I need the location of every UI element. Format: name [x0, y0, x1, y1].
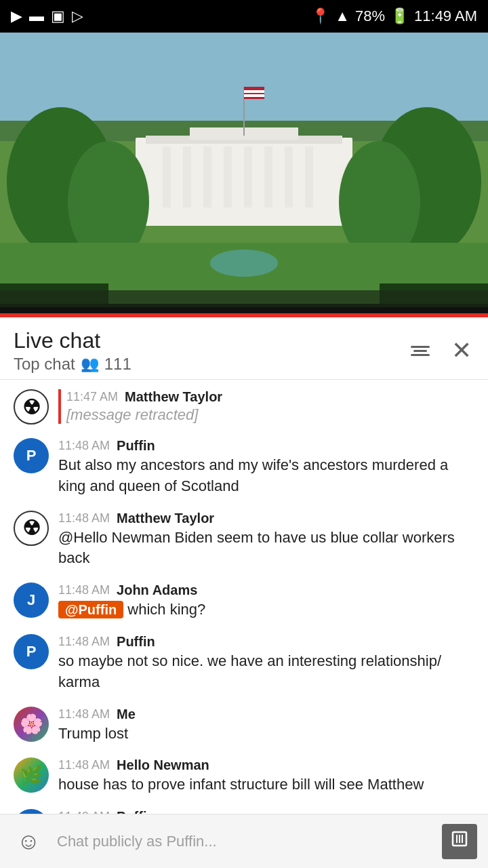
top-chat-label: Top chat: [14, 355, 75, 374]
avatar: P: [14, 634, 49, 669]
equalizer-icon: [411, 346, 430, 356]
status-bar: ▶ ▬ ▣ ▷ 📍 ▲ 78% 🔋 11:49 AM: [0, 0, 488, 33]
chat-content: 11:48 AM Puffin But also my ancestors an…: [58, 438, 474, 497]
svg-rect-8: [224, 146, 232, 208]
svg-rect-30: [0, 290, 488, 307]
chat-time: 11:48 AM: [58, 511, 110, 526]
mention-badge[interactable]: @Puffin: [58, 601, 123, 618]
svg-rect-19: [244, 90, 264, 93]
chat-time: 11:48 AM: [58, 635, 110, 649]
svg-rect-10: [264, 146, 272, 208]
chat-meta: 11:48 AM Puffin: [58, 634, 474, 650]
chat-meta: 11:48 AM Hello Newman: [58, 757, 474, 773]
chat-meta: 11:47 AM Matthew Taylor: [66, 389, 474, 405]
chat-content: 11:48 AM Hello Newman house has to prove…: [58, 757, 474, 795]
message-text: But also my ancestors and my wife's ance…: [58, 456, 448, 494]
svg-rect-7: [203, 146, 211, 208]
viewer-count: 111: [104, 355, 131, 374]
avatar: P: [14, 438, 49, 473]
chat-input[interactable]: [57, 824, 431, 859]
emoji-icon: ☺: [17, 828, 41, 854]
message-text: house has to prove infant structure bill…: [58, 776, 424, 793]
video-image: [0, 33, 488, 317]
play2-icon: ▷: [72, 7, 83, 25]
chat-time: 11:48 AM: [58, 758, 110, 772]
eq-line-3: [411, 354, 430, 356]
chat-username: John Adams: [117, 583, 197, 598]
clock: 11:49 AM: [414, 7, 477, 25]
header-actions: ✕: [408, 328, 474, 368]
close-button[interactable]: ✕: [449, 334, 474, 368]
message-text: [message retracted]: [66, 406, 198, 423]
live-chat-title: Live chat: [14, 328, 131, 353]
chat-username: Puffin: [117, 634, 155, 650]
emoji-button[interactable]: ☺: [11, 824, 46, 859]
chat-username: Hello Newman: [117, 757, 209, 773]
location-icon: 📍: [311, 7, 329, 25]
send-icon: [450, 829, 469, 853]
status-icons: ▶ ▬ ▣ ▷: [11, 7, 83, 25]
video-progress-bar: [0, 313, 488, 317]
chat-message: J 11:48 AM John Adams @Puffin which king…: [0, 576, 488, 627]
chat-message: 🌸 11:48 AM Me Trump lost: [0, 700, 488, 751]
chat-message: P 11:48 AM Puffin so maybe not so nice. …: [0, 627, 488, 700]
chat-content: 11:47 AM Matthew Taylor [message retract…: [58, 389, 474, 424]
svg-point-28: [210, 250, 278, 277]
message-text: so maybe not so nice. we have an interes…: [58, 652, 441, 690]
chat-message: P 11:48 AM Puffin But also my ancestors …: [0, 431, 488, 504]
chat-username: Me: [117, 707, 136, 722]
svg-rect-6: [183, 146, 191, 208]
svg-rect-12: [305, 146, 313, 208]
nuclear-icon: ☢: [22, 395, 41, 419]
avatar: ☢: [14, 511, 49, 546]
battery-percent: 78%: [355, 7, 385, 25]
chat-time: 11:48 AM: [58, 583, 110, 597]
message-text: @Puffin which king?: [58, 601, 205, 618]
chat-time: 11:47 AM: [66, 390, 118, 404]
chat-username: Puffin: [117, 438, 155, 454]
chat-username: Matthew Taylor: [117, 511, 214, 526]
chat-time: 11:48 AM: [58, 707, 110, 722]
svg-rect-9: [244, 146, 252, 208]
image-icon: ▣: [51, 7, 65, 25]
eq-line-1: [411, 346, 430, 348]
filter-button[interactable]: [408, 343, 432, 359]
svg-rect-20: [244, 94, 264, 97]
eq-line-2: [413, 350, 427, 352]
chat-username: Matthew Taylor: [125, 389, 222, 405]
video-thumbnail[interactable]: [0, 33, 488, 317]
wifi-icon: ▲: [335, 7, 350, 25]
chat-content: 11:48 AM Me Trump lost: [58, 707, 474, 745]
live-chat-header: Live chat Top chat 👥 111 ✕: [0, 317, 488, 380]
chat-message: ☢ 11:48 AM Matthew Taylor @Hello Newman …: [0, 504, 488, 576]
people-icon: 👥: [81, 355, 99, 373]
avatar: 🌿: [14, 757, 49, 793]
avatar: J: [14, 583, 49, 618]
chat-meta: 11:48 AM Matthew Taylor: [58, 511, 474, 526]
input-bar: ☺: [0, 814, 488, 868]
chat-message: 🌿 11:48 AM Hello Newman house has to pro…: [0, 751, 488, 802]
battery-icon: 🔋: [390, 7, 409, 25]
chat-meta: 11:48 AM Puffin: [58, 438, 474, 454]
chat-meta: 11:48 AM Me: [58, 707, 474, 722]
chat-meta: 11:48 AM John Adams: [58, 583, 474, 598]
message-text: @Hello Newman Biden seem to have us blue…: [58, 529, 455, 567]
live-chat-title-area: Live chat Top chat 👥 111: [14, 328, 131, 374]
chat-time: 11:48 AM: [58, 439, 110, 453]
file-icon: ▬: [29, 7, 44, 25]
live-chat-subtitle: Top chat 👥 111: [14, 355, 131, 374]
send-button[interactable]: [442, 824, 477, 859]
chat-content: 11:48 AM Puffin so maybe not so nice. we…: [58, 634, 474, 693]
avatar: ☢: [14, 389, 49, 425]
play-icon: ▶: [11, 7, 22, 25]
svg-rect-5: [163, 146, 171, 208]
status-info: 📍 ▲ 78% 🔋 11:49 AM: [311, 7, 477, 25]
chat-content: 11:48 AM John Adams @Puffin which king?: [58, 583, 474, 620]
nuclear-icon: ☢: [22, 516, 41, 540]
avatar: 🌸: [14, 707, 49, 742]
chat-content: 11:48 AM Matthew Taylor @Hello Newman Bi…: [58, 511, 474, 570]
chat-list: ☢ 11:47 AM Matthew Taylor [message retra…: [0, 380, 488, 856]
message-text: Trump lost: [58, 725, 128, 742]
svg-rect-11: [285, 146, 293, 208]
chat-message: ☢ 11:47 AM Matthew Taylor [message retra…: [0, 382, 488, 431]
